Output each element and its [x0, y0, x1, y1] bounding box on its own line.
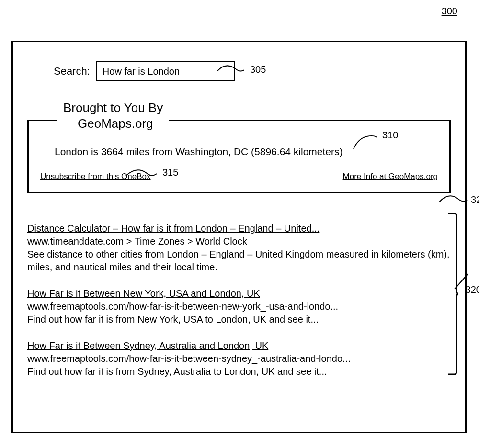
onebox-legend-line2: GeoMaps.org	[78, 116, 163, 132]
callout-310-label: 310	[382, 130, 398, 141]
onebox-answer-text: London is 3664 miles from Washington, DC…	[55, 146, 343, 157]
result-url: www.freemaptools.com/how-far-is-it-betwe…	[27, 352, 451, 365]
result-title-link[interactable]: How Far is it Between New York, USA and …	[27, 287, 451, 300]
result-title-link[interactable]: Distance Calculator – How far is it from…	[27, 222, 451, 235]
search-result: Distance Calculator – How far is it from…	[27, 222, 451, 274]
result-title-link[interactable]: How Far is it Between Sydney, Australia …	[27, 339, 451, 352]
callout-305-label: 305	[250, 64, 266, 75]
onebox-legend: Brought to You By GeoMaps.org	[57, 100, 169, 133]
search-label: Search:	[54, 65, 90, 78]
main-frame: Search: 305 Brought to You By GeoMaps.or…	[11, 41, 467, 433]
result-url: www.timeanddate.com > Time Zones > World…	[27, 235, 451, 248]
result-snippet: See distance to other cities from London…	[27, 248, 451, 274]
search-result: How Far is it Between Sydney, Australia …	[27, 339, 451, 378]
result-url: www.freemaptools.com/how-far-is-it-betwe…	[27, 300, 451, 313]
onebox-links-row: Unsubscribe from this OneBox 315 More In…	[40, 172, 438, 181]
results-block: Distance Calculator – How far is it from…	[27, 222, 451, 378]
result-snippet: Find out how far it is from Sydney, Aust…	[27, 365, 451, 378]
search-row: Search: 305	[54, 61, 451, 81]
onebox-answer: London is 3664 miles from Washington, DC…	[55, 146, 438, 157]
moreinfo-link[interactable]: More Info at GeoMaps.org	[343, 172, 438, 181]
search-input[interactable]	[96, 61, 235, 81]
callout-315-label: 315	[162, 167, 178, 178]
callout-320-lead	[454, 272, 470, 291]
result-snippet: Find out how far it is from New York, US…	[27, 313, 451, 326]
onebox: Brought to You By GeoMaps.org London is …	[27, 120, 451, 193]
figure-number: 300	[442, 6, 457, 17]
onebox-legend-line1: Brought to You By	[63, 100, 163, 116]
callout-325-label: 325	[471, 194, 479, 205]
search-result: How Far is it Between New York, USA and …	[27, 287, 451, 326]
results-bracket	[447, 213, 458, 375]
